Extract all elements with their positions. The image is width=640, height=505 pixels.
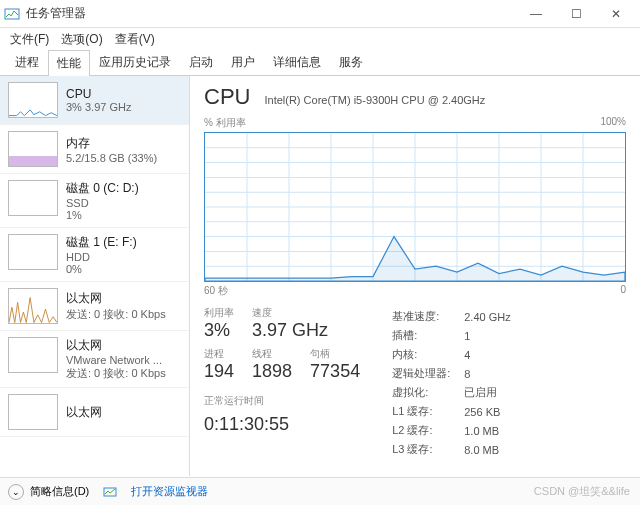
resmon-icon bbox=[103, 485, 117, 499]
page-title: CPU bbox=[204, 84, 250, 110]
window-title: 任务管理器 bbox=[26, 5, 516, 22]
tab-details[interactable]: 详细信息 bbox=[264, 49, 330, 75]
sidebar-item-disk1[interactable]: 磁盘 1 (E: F:)HDD0% bbox=[0, 228, 189, 282]
chart-x-right: 0 bbox=[620, 284, 626, 298]
sidebar-item-eth1[interactable]: 以太网VMware Network ...发送: 0 接收: 0 Kbps bbox=[0, 331, 189, 388]
stat-handles: 77354 bbox=[310, 361, 360, 382]
cpu-chart bbox=[204, 132, 626, 282]
sidebar-eth2-title: 以太网 bbox=[66, 404, 181, 421]
disk0-thumb bbox=[8, 180, 58, 216]
chart-y-label: % 利用率 bbox=[204, 116, 246, 130]
sidebar-eth0-title: 以太网 bbox=[66, 290, 181, 307]
titlebar: 任务管理器 — ☐ ✕ bbox=[0, 0, 640, 28]
cpu-thumb bbox=[8, 82, 58, 118]
sidebar-disk1-title: 磁盘 1 (E: F:) bbox=[66, 234, 181, 251]
eth2-thumb bbox=[8, 394, 58, 430]
maximize-button[interactable]: ☐ bbox=[556, 0, 596, 28]
sidebar-item-eth0[interactable]: 以太网发送: 0 接收: 0 Kbps bbox=[0, 282, 189, 331]
close-button[interactable]: ✕ bbox=[596, 0, 636, 28]
stat-utilization: 3% bbox=[204, 320, 234, 341]
disk1-thumb bbox=[8, 234, 58, 270]
chart-x-left: 60 秒 bbox=[204, 284, 228, 298]
stat-uptime: 0:11:30:55 bbox=[204, 414, 360, 435]
chart-y-max: 100% bbox=[600, 116, 626, 130]
sidebar-cpu-title: CPU bbox=[66, 87, 181, 101]
sidebar-disk0-title: 磁盘 0 (C: D:) bbox=[66, 180, 181, 197]
menu-options[interactable]: 选项(O) bbox=[57, 29, 106, 50]
virtualization-row: 虚拟化:已启用 bbox=[386, 384, 517, 401]
tab-app-history[interactable]: 应用历史记录 bbox=[90, 49, 180, 75]
stat-speed: 3.97 GHz bbox=[252, 320, 328, 341]
open-resmon-link[interactable]: 打开资源监视器 bbox=[131, 484, 208, 499]
sidebar-eth1-title: 以太网 bbox=[66, 337, 181, 354]
sidebar-item-memory[interactable]: 内存5.2/15.8 GB (33%) bbox=[0, 125, 189, 174]
tab-processes[interactable]: 进程 bbox=[6, 49, 48, 75]
minimize-button[interactable]: — bbox=[516, 0, 556, 28]
main-panel: CPU Intel(R) Core(TM) i5-9300H CPU @ 2.4… bbox=[190, 76, 640, 476]
sidebar-item-eth2[interactable]: 以太网 bbox=[0, 388, 189, 437]
sidebar: CPU3% 3.97 GHz 内存5.2/15.8 GB (33%) 磁盘 0 … bbox=[0, 76, 190, 476]
tab-startup[interactable]: 启动 bbox=[180, 49, 222, 75]
sidebar-memory-title: 内存 bbox=[66, 135, 181, 152]
taskmgr-icon bbox=[4, 6, 20, 22]
sidebar-item-disk0[interactable]: 磁盘 0 (C: D:)SSD1% bbox=[0, 174, 189, 228]
fewer-details-link[interactable]: 简略信息(D) bbox=[30, 484, 89, 499]
memory-thumb bbox=[8, 131, 58, 167]
tab-performance[interactable]: 性能 bbox=[48, 50, 90, 76]
watermark: CSDN @坦笑&&life bbox=[534, 484, 630, 499]
fewer-details-icon[interactable]: ⌄ bbox=[8, 484, 24, 500]
sidebar-item-cpu[interactable]: CPU3% 3.97 GHz bbox=[0, 76, 189, 125]
sidebar-cpu-sub: 3% 3.97 GHz bbox=[66, 101, 181, 113]
menu-file[interactable]: 文件(F) bbox=[6, 29, 53, 50]
stat-threads: 1898 bbox=[252, 361, 292, 382]
eth1-thumb bbox=[8, 337, 58, 373]
tab-users[interactable]: 用户 bbox=[222, 49, 264, 75]
cpu-details-table: 基准速度:2.40 GHz 插槽:1 内核:4 逻辑处理器:8 虚拟化:已启用 … bbox=[384, 306, 519, 460]
tab-services[interactable]: 服务 bbox=[330, 49, 372, 75]
menubar: 文件(F) 选项(O) 查看(V) bbox=[0, 28, 640, 50]
tab-bar: 进程 性能 应用历史记录 启动 用户 详细信息 服务 bbox=[0, 50, 640, 76]
menu-view[interactable]: 查看(V) bbox=[111, 29, 159, 50]
cpu-model: Intel(R) Core(TM) i5-9300H CPU @ 2.40GHz bbox=[264, 94, 485, 106]
stat-processes: 194 bbox=[204, 361, 234, 382]
eth0-thumb bbox=[8, 288, 58, 324]
sidebar-memory-sub: 5.2/15.8 GB (33%) bbox=[66, 152, 181, 164]
